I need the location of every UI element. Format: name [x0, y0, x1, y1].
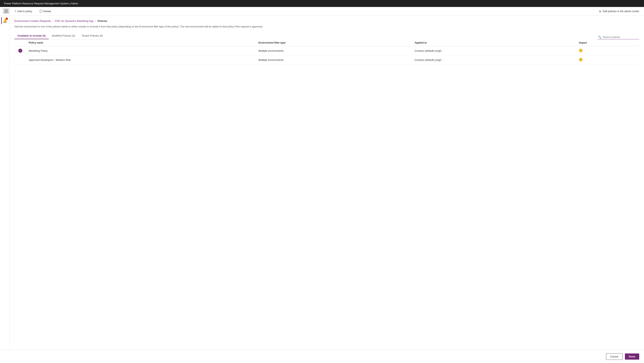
notification-badge — [6, 18, 8, 20]
col-policy-name: Policy name — [26, 39, 256, 46]
external-link-icon — [599, 10, 602, 12]
plus-icon: + — [15, 9, 16, 13]
description-text: Add the environment to one of the polici… — [14, 25, 273, 29]
toolbar-right: Edit policies in the admin center — [597, 9, 641, 14]
breadcrumb-step2[interactable]: POC for Dynamics Marketing App — [55, 20, 94, 22]
row2-applied-to: Contoso (default) (org0... — [412, 55, 576, 64]
hamburger-button[interactable] — [3, 8, 9, 14]
content-area: Environment Creation Requests › POC for … — [10, 16, 644, 350]
breadcrumb-step1[interactable]: Environment Creation Requests — [14, 20, 51, 22]
row2-impact — [576, 55, 639, 64]
title-bar-text: Power Platform Resource Request Manageme… — [4, 2, 78, 5]
tab-modified[interactable]: Modified Policies (0) — [49, 32, 78, 39]
col-impact: Impact — [576, 39, 639, 46]
row1-env-filter: Multiple environments — [256, 46, 412, 55]
edit-admin-button[interactable]: Edit policies in the admin center — [597, 9, 641, 14]
breadcrumb-sep-1: › — [52, 20, 53, 22]
toolbar-left: + Add to policy i Details — [3, 8, 597, 14]
main-content: 🔔 Environment Creation Requests › POC fo… — [0, 16, 644, 350]
table-row[interactable]: ✓ Marketing Policy Multiple environments… — [14, 46, 639, 55]
breadcrumb-step3: Policies — [98, 20, 107, 22]
row2-env-filter: Multiple environments — [256, 55, 412, 64]
info-icon: i — [39, 10, 42, 13]
row2-policy-name: Approved Developers - Medium Risk — [26, 55, 256, 64]
col-applied-to: Applied to — [412, 39, 576, 46]
row1-applied-to: Contoso (default) (org0... — [412, 46, 576, 55]
tab-available[interactable]: Available to include (3) — [14, 32, 49, 39]
tab-tenant[interactable]: Tenant Policies (0) — [78, 32, 106, 39]
title-bar: Power Platform Resource Request Manageme… — [0, 0, 644, 7]
sidebar-notifications[interactable]: 🔔 — [1, 17, 8, 24]
row1-impact — [576, 46, 639, 55]
row1-policy-name: Marketing Policy — [26, 46, 256, 55]
add-to-policy-button[interactable]: + Add to policy — [13, 8, 34, 14]
impact-dot-icon — [579, 49, 582, 52]
cancel-button[interactable]: Cancel — [606, 353, 622, 360]
done-button[interactable]: Done — [625, 354, 640, 360]
table-row[interactable]: Approved Developers - Medium Risk Multip… — [14, 55, 639, 64]
breadcrumb-sep-2: › — [95, 20, 96, 22]
col-env-filter: Environment filter type — [256, 39, 412, 46]
sidebar-strip: 🔔 — [0, 16, 10, 350]
breadcrumb: Environment Creation Requests › POC for … — [14, 20, 639, 22]
add-to-policy-label: Add to policy — [17, 10, 32, 13]
check-circle-icon: ✓ — [18, 49, 22, 53]
tabs-search-row: Available to include (3) Modified Polici… — [14, 32, 639, 39]
row1-check: ✓ — [14, 46, 26, 55]
details-label: Details — [43, 10, 51, 13]
details-button[interactable]: i Details — [38, 9, 53, 14]
edit-admin-label: Edit policies in the admin center — [603, 10, 639, 13]
search-input[interactable] — [603, 36, 638, 38]
table-header-row: Policy name Environment filter type Appl… — [14, 39, 639, 46]
search-box: 🔍 — [597, 35, 639, 39]
impact-dot-icon — [579, 58, 582, 62]
col-check — [14, 39, 26, 46]
row2-check — [14, 55, 26, 64]
policy-table: Policy name Environment filter type Appl… — [14, 39, 639, 64]
search-icon: 🔍 — [598, 36, 602, 39]
footer: Cancel Done — [0, 350, 644, 363]
tabs: Available to include (3) Modified Polici… — [14, 32, 106, 39]
toolbar: + Add to policy i Details Edit policies … — [0, 7, 644, 16]
